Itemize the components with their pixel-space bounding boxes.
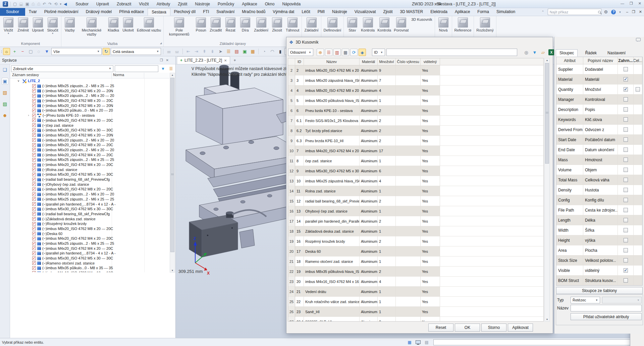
visibility-checkbox[interactable]: ✓ — [32, 128, 36, 132]
comment-icon[interactable] — [636, 38, 641, 41]
visibility-checkbox[interactable]: ✓ — [32, 187, 36, 191]
visual-manager-icon[interactable]: ▧ — [2, 89, 8, 96]
menu-nastroje[interactable]: Nástroje — [195, 2, 210, 6]
hide-component-icon[interactable]: ⚍ — [173, 48, 180, 55]
attribute-row[interactable]: Derived FromOdvozen z — [556, 125, 642, 135]
ribbon-button-zkosit[interactable]: Zkosit — [270, 17, 284, 32]
ribbon-button-zaobleni[interactable]: Zaoblení — [253, 17, 270, 32]
attribute-table[interactable]: AtributPopisní názevZahrn...Cel...Suppli… — [556, 57, 643, 286]
include-checkbox[interactable] — [624, 258, 628, 263]
attribute-row[interactable]: Stock SizeVelikost polotov... — [556, 255, 642, 266]
tree-item[interactable]: ✓(−)imbus M8x20_ISO 4762 M8 x 20 --- 20C — [10, 187, 170, 192]
attribute-row[interactable]: BOM StructStruktura kusov... — [556, 276, 642, 286]
ribbon-button-porovnat[interactable]: Porovnat — [392, 17, 410, 32]
bom-scrollbar[interactable]: ▲ ▼ — [544, 58, 550, 322]
bom-view-dropdown[interactable]: Odsazení▼ — [288, 49, 313, 56]
ribbon-button-kontrola[interactable]: Kontrola — [376, 17, 392, 32]
ribbon-tab-vymena-dat[interactable]: Výměna dat — [269, 8, 298, 16]
attribute-row[interactable]: Heightvýška — [556, 235, 642, 245]
dropdown-arrow-icon[interactable]: ▾ — [8, 32, 9, 35]
help-icon[interactable]: ? — [611, 10, 616, 14]
cancel-button[interactable]: Storno — [481, 324, 506, 332]
ribbon-button-kladka[interactable]: Kladka — [106, 17, 121, 32]
bom-row[interactable]: 76.1Festo SGS-M10x1_25 Kloubova hla...Al… — [288, 116, 543, 126]
include-checkbox[interactable] — [624, 87, 628, 92]
visibility-checkbox[interactable]: ✓ — [32, 99, 36, 103]
menu-zobrazit[interactable]: Zobrazit — [117, 2, 131, 6]
attribute-row[interactable]: KeywordsKlič.slova — [556, 115, 642, 125]
include-checkbox[interactable] — [624, 238, 628, 242]
bom-row[interactable]: 1512radial ball bearing_68_skf_Preview..… — [288, 196, 543, 206]
refresh-icon[interactable]: ⟳ — [350, 49, 358, 56]
ribbon-tab-zjistit[interactable]: Zjistit — [380, 8, 396, 16]
insert-down-icon[interactable]: ⇟ — [209, 48, 216, 55]
visibility-checkbox[interactable]: ✓ — [32, 192, 36, 196]
attribute-row[interactable]: VolumeObjem — [556, 165, 642, 175]
bom-table[interactable]: IDNázevMateriálMnožstvíČíslo výkresuvidi… — [288, 58, 544, 322]
visibility-checkbox[interactable]: ✓ — [32, 89, 36, 93]
ribbon-button-vazby[interactable]: Vazby — [62, 17, 77, 32]
dropdown-arrow-icon[interactable]: ▾ — [52, 32, 53, 35]
include-checkbox[interactable] — [624, 178, 628, 182]
visibility-checkbox[interactable]: ✓ — [32, 242, 36, 245]
tree-item[interactable]: ✓(−)imbus M6x20 půlkulo...0 - M6 x 20 --… — [10, 108, 170, 113]
bom-row[interactable]: 86.2Tyč brzdy před.staniceAluminum2Yes — [288, 126, 543, 136]
bom-row[interactable]: 2723.1360885_SLT_HIAluminum2Yes — [288, 317, 543, 322]
bom-dialog-title-bar[interactable]: ❖ 3D Kusovník — [286, 37, 553, 47]
visibility-checkbox[interactable]: ✓ — [32, 143, 36, 147]
select-cursor-icon[interactable]: ➤ — [217, 48, 224, 55]
visibility-checkbox[interactable]: ✓ — [32, 261, 36, 265]
ribbon-tab-nastroje[interactable]: Nástroje — [328, 8, 351, 16]
attribute-row[interactable]: DensityHustota — [556, 185, 642, 195]
include-checkbox[interactable] — [624, 168, 628, 172]
bom-row[interactable]: 1916Rozpěrný kroužek brzdyAluminum2Yes — [288, 236, 543, 246]
ribbon-button-tahnout[interactable]: Táhnout — [284, 17, 301, 32]
tree-item[interactable]: ✓(−)imbus M4x20_ISO 4762 M4 x 20 --- 20C — [10, 162, 170, 167]
ribbon-tab-vizualizovat[interactable]: Vizualizovat — [351, 8, 380, 16]
tree-item[interactable]: ✓(−)imbus M8x20_ISO 4762 M8 x 20 --- 20C — [10, 226, 170, 231]
ribbon-tab-tvar[interactable]: Tvar — [25, 8, 41, 16]
attr-column-header-cel[interactable]: Cel... — [634, 57, 642, 64]
new-tab-button[interactable]: + — [230, 56, 239, 64]
tree-item[interactable]: ✓(−)imbus M4x20_ISO 4762 M4 x 20 --- 20C — [10, 246, 170, 251]
add-user-attributes-button[interactable]: Přidat uživatelské atributy — [571, 313, 642, 320]
tree-item[interactable]: ✓(−)Deska 60 — [10, 231, 170, 236]
bom-row[interactable]: 66Pneu bzda KPE-10 - sestavaAluminum2Yes — [288, 106, 543, 116]
visibility-checkbox[interactable]: ✓ — [32, 182, 36, 186]
marquee-select-icon[interactable]: ▢ — [27, 48, 34, 55]
attribute-row[interactable]: File PathCesta ke zdrojov... — [556, 205, 642, 215]
reference-manager-icon[interactable]: ❏ — [2, 66, 8, 73]
visibility-checkbox[interactable]: ✓ — [32, 227, 36, 230]
bom-row[interactable]: 2320imbus M4x16_ISO 4762 M4 x 16 ---...A… — [288, 277, 543, 287]
include-checkbox[interactable] — [624, 198, 628, 202]
bom-row[interactable]: 96.3Pneu brzda KPE-10_HIAluminum2Yes — [288, 136, 543, 146]
status-input[interactable] — [433, 339, 641, 345]
add-entity-icon[interactable]: + — [11, 48, 18, 55]
menu-atributy[interactable]: Atributy — [157, 2, 170, 6]
include-checkbox[interactable] — [624, 67, 628, 71]
attribute-row[interactable]: ManagerKontroloval — [556, 95, 642, 105]
open-file-icon[interactable]: ⬓ — [19, 2, 23, 6]
show-component-icon[interactable]: ⚌ — [165, 48, 172, 55]
scroll-down-icon[interactable]: ▼ — [545, 318, 549, 321]
bom-row[interactable]: 22imbus M6x20_ISO 4762 M6 x 20 ---...Alu… — [288, 65, 543, 75]
command-search-input[interactable] — [548, 9, 601, 15]
ribbon-button-posun[interactable]: Posun — [194, 17, 208, 32]
include-checkbox[interactable] — [624, 188, 628, 192]
visibility-checkbox[interactable]: ✓ — [32, 158, 36, 162]
include-checkbox[interactable] — [624, 218, 628, 222]
bom-row[interactable]: 118čep zad. staniceAluminum1Yes — [288, 156, 543, 166]
visibility-checkbox[interactable]: ✓ — [32, 109, 36, 112]
ribbon-button-3d-kusovnik[interactable]: 3D Kusovník — [410, 17, 433, 21]
attribute-row[interactable]: Total MassCelková váha — [556, 175, 642, 185]
ribbon-tab-mracno-bodu[interactable]: Mračno bodů — [238, 8, 269, 16]
visibility-checkbox[interactable]: ✓ — [32, 168, 36, 171]
assembly-tree-icon[interactable]: ▣ — [2, 78, 8, 84]
menu-napoveda[interactable]: Nápověda — [282, 2, 301, 6]
tree-item[interactable]: ✓(−)imbus M6x20 zápustn...2 - M6 x 20 --… — [10, 93, 170, 98]
tree-item[interactable]: ✓(−)imbus M5x30_ISO 4762 M5 x 30 --- 30C — [10, 172, 170, 177]
tree-item[interactable]: ✓(−)imbus M6x25 zápustn...2 - M6 x 25 --… — [10, 197, 170, 202]
ribbon-tab-fti[interactable]: FTI — [199, 8, 213, 16]
include-checkbox[interactable] — [624, 268, 628, 273]
find-icon[interactable]: ◎ — [523, 49, 530, 56]
